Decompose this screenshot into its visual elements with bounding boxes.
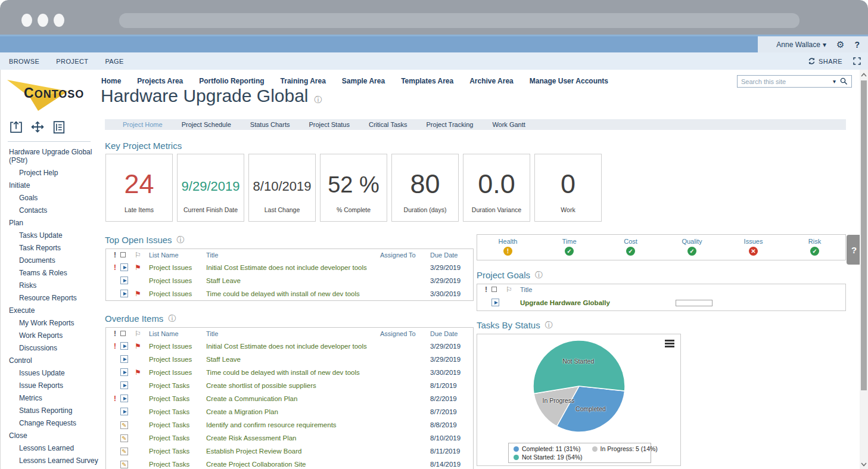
sidebar-item-issues-update[interactable]: Issues Update [19,369,98,377]
sidebar-item-documents[interactable]: Documents [19,256,98,265]
sidebar-item-resource-reports[interactable]: Resource Reports [19,294,98,302]
gear-icon[interactable]: ⚙ [836,40,844,49]
info-icon[interactable]: ⓘ [177,236,185,244]
info-icon[interactable]: ⓘ [535,271,543,279]
sidebar-item-teams-roles[interactable]: Teams & Roles [19,269,98,277]
ribbon-tab-browse[interactable]: BROWSE [9,58,39,65]
tab-work-gantt[interactable]: Work Gantt [492,121,525,128]
tab-critical-tasks[interactable]: Critical Tasks [369,121,407,128]
legend-item-completed[interactable]: Completed: 11 (31%) [514,445,583,452]
sidebar-item-goals[interactable]: Goals [19,194,98,202]
sidebar-item-work-reports[interactable]: Work Reports [19,331,98,340]
top-nav-link-training-area[interactable]: Training Area [281,77,326,85]
item-title[interactable]: Create Project Collaboration Site [206,461,380,468]
search-input[interactable]: Search this site ▾ [737,75,852,88]
item-list-name[interactable]: Project Issues [149,290,206,297]
item-list-name[interactable]: Project Tasks [149,382,206,389]
sidebar-item-discussions[interactable]: Discussions [19,344,98,352]
select-all-checkbox[interactable] [120,330,135,337]
top-nav-link-projects-area[interactable]: Projects Area [137,77,183,85]
sidebar-item-my-work-reports[interactable]: My Work Reports [19,319,98,327]
scroll-up-icon[interactable] [860,70,868,79]
item-title[interactable]: Create shortlist of possible suppliers [206,382,380,389]
sidebar-item-lessons-learned[interactable]: Lessons Learned [19,444,98,452]
column-header-due-date[interactable]: Due Date [430,251,473,259]
item-list-name[interactable]: Project Issues [149,356,206,363]
vertical-scrollbar[interactable] [860,70,868,469]
window-control-dot[interactable] [21,14,32,27]
edit-pencil-icon[interactable]: ✎ [120,421,128,429]
scrollbar-thumb[interactable] [861,80,867,390]
sidebar-item-project-help[interactable]: Project Help [19,169,98,177]
column-header-assigned-to[interactable]: Assigned To [380,251,430,259]
sidebar-item-initiate[interactable]: Initiate [9,181,98,190]
column-header-assigned-to[interactable]: Assigned To [380,330,430,337]
top-nav-link-archive-area[interactable]: Archive Area [469,77,514,85]
play-icon[interactable] [120,277,128,284]
item-title[interactable]: Initial Cost Estimate does not include d… [206,264,380,271]
sidebar-item-hardware-upgrade-global-pstr[interactable]: Hardware Upgrade Global (PStr) [9,148,98,164]
ribbon-tab-page[interactable]: PAGE [105,58,123,65]
tab-project-home[interactable]: Project Home [123,121,163,128]
sidebar-item-status-reporting[interactable]: Status Reporting [19,406,98,415]
window-control-dot[interactable] [54,14,64,27]
play-icon[interactable] [120,381,128,389]
tab-project-status[interactable]: Project Status [309,121,349,128]
share-button[interactable]: SHARE [808,57,842,65]
sidebar-item-task-reports[interactable]: Task Reports [19,244,98,252]
sidebar-item-tasks-update[interactable]: Tasks Update [19,231,98,240]
item-list-name[interactable]: Project Tasks [149,434,206,442]
play-icon[interactable] [120,395,128,402]
legend-item-not-started[interactable]: Not Started: 19 (54%) [514,454,583,461]
pie-slice-not-started[interactable] [533,340,625,394]
tab-project-schedule[interactable]: Project Schedule [182,121,231,128]
window-control-dot[interactable] [38,14,48,27]
sidebar-item-metrics[interactable]: Metrics [19,394,98,402]
sidebar-item-execute[interactable]: Execute [9,306,98,315]
sidebar-item-issue-reports[interactable]: Issue Reports [19,381,98,390]
edit-pencil-icon[interactable]: ✎ [120,434,128,442]
item-title[interactable]: Identify and confirm resource requiremen… [206,421,380,428]
sidebar-item-close[interactable]: Close [9,431,98,440]
help-icon[interactable]: ? [854,40,860,49]
sidebar-item-plan[interactable]: Plan [9,219,98,227]
item-list-name[interactable]: Project Issues [149,277,206,284]
item-title[interactable]: Create Risk Assessment Plan [206,434,380,442]
play-icon[interactable] [120,342,128,350]
sidebar-item-contacts[interactable]: Contacts [19,206,98,215]
item-list-name[interactable]: Project Issues [149,264,206,271]
move-icon[interactable] [30,119,45,135]
info-icon[interactable]: ⓘ [168,315,176,322]
play-icon[interactable] [491,299,499,306]
publish-icon[interactable] [8,119,24,135]
column-header-title[interactable]: Title [206,330,380,337]
play-icon[interactable] [120,355,128,363]
address-bar[interactable] [119,13,799,28]
item-list-name[interactable]: Project Issues [149,369,206,376]
sidebar-item-lessons-learned-survey[interactable]: Lessons Learned Survey [19,456,98,465]
item-list-name[interactable]: Project Tasks [149,395,206,402]
column-header-title[interactable]: Title [520,286,845,293]
select-all-checkbox[interactable] [120,251,135,259]
top-nav-link-home[interactable]: Home [101,77,121,85]
info-icon[interactable]: ⓘ [315,96,322,104]
item-list-name[interactable]: Project Tasks [149,448,206,455]
ribbon-tab-project[interactable]: PROJECT [56,58,88,65]
user-menu[interactable]: Anne Wallace ▾ [776,41,826,49]
top-nav-link-portfolio-reporting[interactable]: Portfolio Reporting [199,77,264,85]
tab-status-charts[interactable]: Status Charts [250,121,290,128]
focus-mode-icon[interactable] [853,57,861,65]
item-title[interactable]: Establish Project Review Board [206,448,380,455]
info-icon[interactable]: ⓘ [545,321,553,329]
sidebar-item-control[interactable]: Control [9,356,98,365]
play-icon[interactable] [120,290,128,297]
search-scope-caret-icon[interactable]: ▾ [833,78,836,85]
edit-pencil-icon[interactable]: ✎ [120,461,128,468]
top-nav-link-templates-area[interactable]: Templates Area [401,77,453,85]
play-icon[interactable] [120,368,128,376]
item-title[interactable]: Initial Cost Estimate does not include d… [206,343,380,350]
tab-project-tracking[interactable]: Project Tracking [427,121,474,128]
top-nav-link-sample-area[interactable]: Sample Area [342,77,385,85]
column-header-title[interactable]: Title [206,251,380,259]
item-title[interactable]: Create a Communication Plan [206,395,380,402]
